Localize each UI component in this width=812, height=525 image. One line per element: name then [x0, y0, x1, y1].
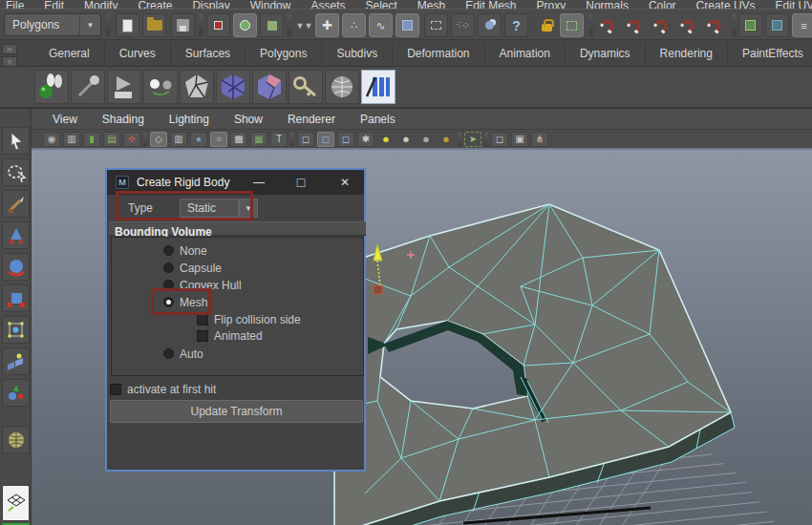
filter-emitters-button[interactable] [478, 13, 502, 37]
highlight-select-viewport-icon[interactable]: ➤ [464, 132, 481, 147]
shelf-tab-curves[interactable]: Curves [105, 43, 171, 64]
menu-window[interactable]: Window [250, 0, 291, 9]
menuset-dropdown[interactable]: Polygons ▼ [4, 13, 101, 36]
shelf-icon-pin-constraint[interactable] [71, 70, 105, 104]
open-scene-button[interactable] [142, 13, 166, 37]
menu-edit-mesh[interactable]: Edit Mesh [465, 0, 516, 9]
shelf-tab-polygons[interactable]: Polygons [246, 43, 322, 64]
highlight-selection-button[interactable] [560, 13, 584, 37]
type-dropdown-arrow-icon[interactable]: ▼ [239, 199, 258, 218]
wireframe-display-icon[interactable]: ◇ [150, 132, 167, 147]
snap-grid-button[interactable] [596, 13, 620, 37]
filter-points-button[interactable]: ∴ [342, 13, 366, 37]
shelf-icon-rigid-body-pins[interactable] [34, 70, 69, 104]
snap-curve-button[interactable] [623, 13, 647, 37]
make-live-button[interactable] [703, 13, 727, 37]
flat-shade-icon[interactable]: ○ [210, 132, 227, 147]
menu-select[interactable]: Select [365, 0, 396, 9]
menu-edit[interactable]: Edit [44, 0, 64, 9]
filter-marquee-button[interactable] [424, 13, 448, 37]
light-gray-icon[interactable]: ● [397, 132, 415, 147]
statusline-divider[interactable] [588, 13, 593, 36]
shaded-cube-icon[interactable]: ◻ [317, 132, 334, 147]
close-button[interactable]: ✕ [334, 176, 355, 189]
paint-select-tool-button[interactable] [2, 190, 30, 218]
filter-handles-button[interactable]: ✚ [315, 13, 339, 37]
shelf-icon-wire-mesh[interactable] [325, 70, 359, 104]
shelf-icon-shatter[interactable] [180, 70, 214, 104]
checker-material-icon[interactable]: ✱ [357, 132, 374, 147]
light-yellow-icon[interactable]: ● [377, 132, 395, 147]
radio-capsule[interactable] [163, 262, 174, 273]
move-rotate-scale-tool-button[interactable] [2, 379, 30, 407]
filter-surfaces-button[interactable] [395, 13, 419, 37]
menu-create[interactable]: Create [138, 0, 172, 9]
statusline-divider[interactable] [287, 13, 291, 36]
scene-cube-icon[interactable]: ◻ [491, 132, 508, 147]
panel-menu-renderer[interactable]: Renderer [288, 113, 335, 126]
universal-manipulator-button[interactable] [2, 316, 30, 344]
shelf-menu-button[interactable]: ▭ [2, 44, 17, 54]
shelf-tab-painteffects[interactable]: PaintEffects [728, 43, 812, 64]
menu-mesh[interactable]: Mesh [417, 0, 445, 9]
xray-display-icon[interactable]: ▩ [230, 132, 247, 147]
default-material-icon[interactable]: ◻ [297, 132, 314, 147]
image-plane-icon[interactable]: ▤ [103, 132, 120, 147]
input-connections-button[interactable] [738, 13, 762, 37]
manipulator-pivot-handle[interactable] [374, 285, 382, 294]
new-scene-button[interactable] [116, 13, 139, 37]
panel-menu-shading[interactable]: Shading [102, 113, 144, 126]
menu-edit-uvs[interactable]: Edit UVs [776, 0, 812, 9]
radio-mesh[interactable] [163, 297, 174, 307]
isolate-select-icon[interactable]: ✜ [123, 132, 140, 147]
layout-single-pane-button[interactable] [2, 485, 30, 521]
shelf-icon-collision-plane[interactable] [107, 70, 141, 104]
filter-particles-button[interactable]: ⁖⁘ [451, 13, 475, 37]
menu-proxy[interactable]: Proxy [537, 0, 566, 9]
select-object-mode-button[interactable] [233, 13, 257, 37]
shelf-tab-rendering[interactable]: Rendering [646, 43, 728, 64]
snap-projected-center-button[interactable] [676, 13, 700, 37]
shaded-display-icon[interactable]: ▥ [170, 132, 187, 147]
share-nodes-icon[interactable]: ⋔ [531, 132, 548, 147]
panel-menu-show[interactable]: Show [234, 113, 263, 126]
checkbox-activate-at-first-hit[interactable] [110, 384, 121, 395]
rotate-tool-button[interactable] [2, 253, 30, 281]
lock-selection-button[interactable] [535, 13, 559, 37]
dialog-titlebar[interactable]: M Create Rigid Body — □ ✕ [107, 170, 364, 195]
menu-create-uvs[interactable]: Create UVs [696, 0, 756, 9]
use-lights-icon[interactable]: T [270, 132, 288, 147]
menu-assets[interactable]: Assets [310, 0, 345, 9]
statusline-divider[interactable] [732, 13, 737, 36]
textured-cube-icon[interactable]: ◻ [337, 132, 354, 147]
select-hierarchy-mode-button[interactable] [206, 13, 230, 37]
statusline-divider[interactable] [106, 13, 111, 36]
shelf-icon-surface-shatter[interactable] [252, 70, 287, 104]
menu-normals[interactable]: Normals [586, 0, 629, 9]
shelf-arrow-button[interactable]: ▽ [2, 56, 17, 67]
output-connections-button[interactable] [765, 13, 789, 37]
minimize-button[interactable]: — [248, 176, 269, 189]
shelf-tab-surfaces[interactable]: Surfaces [171, 43, 246, 64]
menu-modify[interactable]: Modify [84, 0, 118, 9]
shelf-icon-solid-shatter[interactable] [216, 70, 250, 104]
shelf-icon-custom-script[interactable] [361, 70, 395, 104]
select-camera-icon[interactable]: ◉ [43, 132, 60, 147]
selection-help-button[interactable]: ? [504, 13, 528, 37]
move-tool-button[interactable] [2, 221, 30, 249]
checkbox-flip-collision-side[interactable] [197, 314, 208, 326]
last-tool-used-button[interactable] [2, 426, 30, 453]
radio-none[interactable] [163, 245, 174, 256]
layer-overrides-icon[interactable]: ▣ [511, 132, 528, 147]
textured-display-icon[interactable]: ▦ [250, 132, 267, 147]
menu-color[interactable]: Color [649, 0, 676, 9]
menu-display[interactable]: Display [192, 0, 229, 9]
light-silver-icon[interactable]: ● [417, 132, 435, 147]
select-tool-button[interactable] [2, 127, 30, 155]
menu-file[interactable]: File [6, 0, 24, 9]
shelf-tab-dynamics[interactable]: Dynamics [566, 43, 646, 64]
filter-curves-button[interactable]: ∿ [369, 13, 393, 37]
save-scene-button[interactable] [171, 13, 195, 37]
panel-menu-lighting[interactable]: Lighting [169, 113, 209, 126]
construction-history-button[interactable]: ≡ [792, 13, 812, 37]
